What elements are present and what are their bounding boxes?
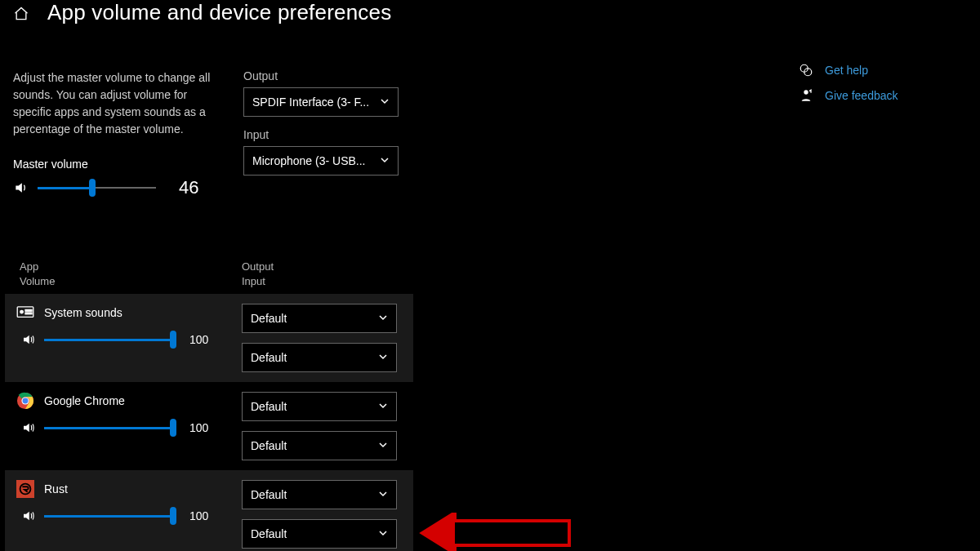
page-title: App volume and device preferences: [47, 0, 391, 25]
page-header: App volume and device preferences: [0, 0, 980, 30]
app-input-dropdown[interactable]: Default: [242, 519, 397, 549]
output-device-value: SPDIF Interface (3- F...: [252, 96, 369, 109]
chevron-down-icon: [378, 400, 388, 413]
chevron-down-icon: [380, 154, 390, 167]
svg-point-9: [23, 398, 29, 404]
chevron-down-icon: [380, 96, 390, 109]
app-volume-slider[interactable]: [44, 330, 173, 349]
master-volume-label: Master volume: [13, 158, 235, 171]
feedback-icon: [799, 89, 813, 102]
input-device-value: Microphone (3- USB...: [252, 154, 366, 167]
svg-point-4: [20, 311, 24, 314]
output-device-dropdown[interactable]: SPDIF Interface (3- F...: [243, 87, 399, 117]
chevron-down-icon: [378, 527, 388, 540]
app-icon: [16, 480, 34, 498]
app-output-dropdown[interactable]: Default: [242, 392, 397, 421]
app-volume-value: 100: [189, 421, 208, 434]
svg-rect-6: [25, 313, 32, 314]
give-feedback-link[interactable]: Give feedback: [799, 89, 898, 102]
app-icon: [16, 392, 34, 410]
app-name: Rust: [44, 482, 68, 495]
apps-header: App Volume Output Input: [5, 260, 413, 294]
master-volume-value: 46: [179, 177, 198, 198]
app-name: Google Chrome: [44, 394, 125, 407]
help-section: Get help Give feedback: [799, 63, 898, 113]
chevron-down-icon: [378, 439, 388, 452]
get-help-link[interactable]: Get help: [799, 63, 898, 78]
chevron-down-icon: [378, 488, 388, 501]
app-name: System sounds: [44, 306, 122, 319]
speaker-icon[interactable]: [21, 420, 36, 435]
app-volume-slider[interactable]: [44, 506, 173, 526]
output-label: Output: [243, 69, 423, 82]
speaker-icon[interactable]: [13, 180, 29, 196]
input-label: Input: [243, 128, 423, 141]
app-icon: [16, 304, 34, 322]
svg-point-2: [804, 90, 808, 94]
chevron-down-icon: [378, 312, 388, 325]
home-icon[interactable]: [13, 6, 29, 22]
annotation-arrow: [418, 513, 573, 551]
svg-rect-5: [25, 310, 32, 312]
chevron-down-icon: [378, 351, 388, 364]
input-device-dropdown[interactable]: Microphone (3- USB...: [243, 146, 399, 176]
speaker-icon[interactable]: [21, 332, 36, 347]
page-description: Adjust the master volume to change all s…: [13, 69, 225, 138]
app-volume-list: App Volume Output Input System sounds 10…: [5, 260, 413, 551]
app-row: Google Chrome 100 Default Default: [5, 382, 413, 470]
app-input-dropdown[interactable]: Default: [242, 343, 397, 372]
app-output-dropdown[interactable]: Default: [242, 480, 397, 509]
app-volume-slider[interactable]: [44, 418, 173, 438]
app-input-dropdown[interactable]: Default: [242, 431, 397, 460]
speaker-icon[interactable]: [21, 509, 36, 523]
help-icon: [799, 63, 813, 78]
app-volume-value: 100: [189, 509, 208, 522]
app-volume-value: 100: [189, 333, 208, 346]
master-volume-slider[interactable]: [38, 178, 156, 198]
app-output-dropdown[interactable]: Default: [242, 304, 397, 333]
app-row: Rust 100 Default Default: [5, 470, 413, 551]
app-row: System sounds 100 Default Default: [5, 294, 413, 382]
